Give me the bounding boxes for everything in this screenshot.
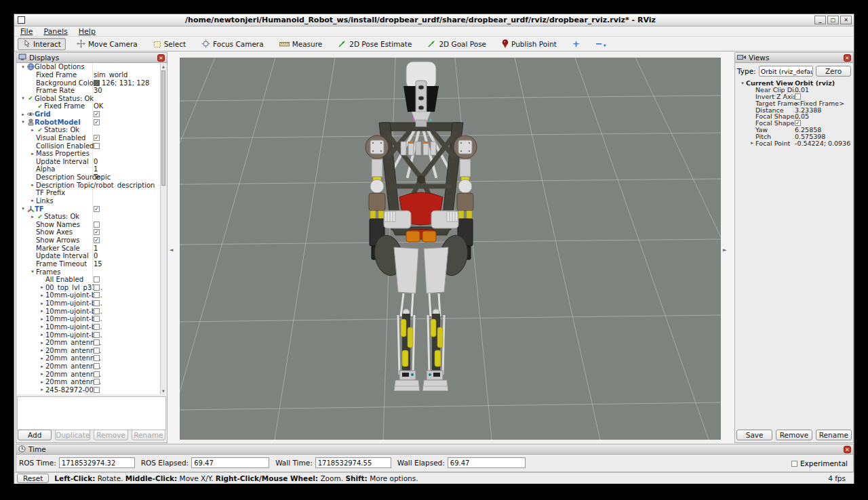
views-rename-button[interactable]: Rename xyxy=(816,430,852,440)
checkbox-unchecked[interactable] xyxy=(94,339,100,346)
checkbox-unchecked[interactable] xyxy=(94,276,100,283)
property-value[interactable]: ✓ xyxy=(94,206,165,212)
display-tree-row[interactable]: ▾TF✓ xyxy=(17,205,166,213)
tool-measure[interactable]: Measure xyxy=(275,38,328,50)
expander-closed-icon[interactable]: ▸ xyxy=(29,127,36,133)
expander-closed-icon[interactable]: ▸ xyxy=(39,293,45,298)
display-tree-row[interactable]: ✔Fixed FrameOK xyxy=(17,102,166,110)
right-splitter[interactable]: ► xyxy=(721,52,734,443)
checkbox-checked[interactable]: ✓ xyxy=(94,119,100,125)
tool-select[interactable]: Select xyxy=(149,38,191,50)
display-tree-row[interactable]: Fixed Framesim_world xyxy=(17,71,166,79)
property-value[interactable] xyxy=(94,339,165,346)
left-splitter[interactable]: ◄ xyxy=(167,52,180,443)
display-tree-row[interactable]: ▸10mm-ujoint-b... xyxy=(17,299,166,308)
property-value[interactable]: ✓ xyxy=(94,237,165,243)
display-tree-row[interactable]: Show Arrows✓ xyxy=(17,236,166,245)
display-tree-row[interactable]: ▸Description Topic/robot_description xyxy=(17,181,166,189)
tool-publish-point[interactable]: Publish Point xyxy=(497,38,561,50)
property-value[interactable] xyxy=(94,371,165,377)
property-value[interactable] xyxy=(94,316,165,322)
expander-closed-icon[interactable]: ▸ xyxy=(39,356,45,361)
property-value[interactable]: ✓ xyxy=(94,119,165,125)
display-tree-row[interactable]: ▸✔Status: Ok xyxy=(17,126,166,134)
checkbox-unchecked[interactable] xyxy=(94,222,100,228)
property-value[interactable]: sim_world xyxy=(94,71,165,79)
display-tree-row[interactable]: ▸Links xyxy=(17,197,166,205)
property-value[interactable]: 0.01 xyxy=(795,86,850,93)
collapse-left-icon[interactable]: ◄ xyxy=(170,247,173,253)
property-value[interactable] xyxy=(795,93,850,100)
experimental-checkbox[interactable] xyxy=(791,461,797,467)
displays-panel-header[interactable]: Displays ✕ xyxy=(16,53,167,63)
display-tree-row[interactable]: ▸20mm_antenn... xyxy=(17,370,166,378)
property-value[interactable]: 0 xyxy=(94,252,165,259)
display-tree-row[interactable]: Update Interval0 xyxy=(17,158,166,166)
property-value[interactable] xyxy=(94,300,165,306)
scene[interactable] xyxy=(180,58,721,440)
checkbox-unchecked[interactable] xyxy=(94,332,100,338)
close-icon[interactable]: ✕ xyxy=(844,446,851,453)
property-value[interactable] xyxy=(94,292,165,298)
checkbox-unchecked[interactable] xyxy=(94,379,100,385)
display-tree-row[interactable]: Alpha1 xyxy=(17,165,166,173)
display-tree-row[interactable]: ▸Mass Properties xyxy=(17,150,166,158)
checkbox-unchecked[interactable] xyxy=(94,285,100,291)
tool-2d-pose-estimate[interactable]: 2D Pose Estimate xyxy=(333,38,416,50)
displays-add-button[interactable]: Add xyxy=(18,430,52,440)
display-tree-row[interactable]: TF Prefix xyxy=(17,189,166,197)
expander-closed-icon[interactable]: ▸ xyxy=(39,316,45,322)
expander-closed-icon[interactable]: ▸ xyxy=(39,308,45,314)
property-value[interactable] xyxy=(94,143,165,149)
property-value[interactable]: 1 xyxy=(94,245,165,252)
property-value[interactable]: 15 xyxy=(94,260,165,268)
expander-open-icon[interactable]: ▾ xyxy=(20,96,26,101)
expander-closed-icon[interactable]: ▸ xyxy=(29,182,36,188)
checkbox-unchecked[interactable] xyxy=(94,308,100,314)
property-value[interactable]: ✓ xyxy=(94,135,165,141)
display-tree-row[interactable]: ▸10mm-ujoint-b... xyxy=(17,307,166,315)
display-tree-row[interactable]: ▸10mm-ujoint-b... xyxy=(17,323,166,331)
property-value[interactable] xyxy=(94,308,165,314)
menu-help[interactable]: Help xyxy=(79,27,96,36)
property-value[interactable] xyxy=(94,387,165,393)
time-field-input[interactable] xyxy=(448,457,526,468)
checkbox-unchecked[interactable] xyxy=(94,324,100,330)
checkbox-checked[interactable]: ✓ xyxy=(94,111,100,117)
tool-remove-tool[interactable]: −▼ xyxy=(591,38,611,50)
views-tree-row[interactable]: ▸Focal Point-0.54224; 0.09363... xyxy=(736,140,852,146)
display-tree-row[interactable]: Description SourceTopic xyxy=(17,173,166,182)
checkbox-checked[interactable]: ✓ xyxy=(94,229,100,235)
collapse-right-icon[interactable]: ► xyxy=(723,247,726,253)
tool-focus-camera[interactable]: Focus Camera xyxy=(197,38,269,50)
property-value[interactable]: 30 xyxy=(94,87,165,94)
property-value[interactable] xyxy=(94,348,165,354)
expander-open-icon[interactable]: ▾ xyxy=(29,269,36,274)
property-value[interactable] xyxy=(94,324,165,330)
expander-closed-icon[interactable]: ▸ xyxy=(39,371,45,377)
checkbox-checked[interactable]: ✓ xyxy=(94,206,100,212)
display-tree-row[interactable]: Frame Timeout15 xyxy=(17,260,166,268)
expander-open-icon[interactable]: ▾ xyxy=(20,119,26,125)
tool-interact[interactable]: Interact xyxy=(18,38,66,50)
checkbox-unchecked[interactable] xyxy=(94,143,100,149)
property-value[interactable]: 126; 131; 128 xyxy=(94,79,165,87)
display-tree-row[interactable]: ▾Frames xyxy=(17,268,166,276)
display-tree-row[interactable]: Frame Rate30 xyxy=(17,87,166,95)
menu-file[interactable]: File xyxy=(20,27,33,36)
close-button[interactable]: ✕ xyxy=(840,16,852,24)
property-value[interactable]: 1 xyxy=(94,165,165,173)
property-value[interactable] xyxy=(94,285,165,291)
display-tree-row[interactable]: ▾✔Global Status: Ok xyxy=(17,95,166,103)
expander-closed-icon[interactable]: ▸ xyxy=(20,112,26,117)
expander-open-icon[interactable]: ▾ xyxy=(739,81,746,86)
time-field-input[interactable] xyxy=(191,457,269,468)
close-icon[interactable]: ✕ xyxy=(844,54,851,62)
property-value[interactable]: ✓ xyxy=(795,120,850,126)
views-remove-button[interactable]: Remove xyxy=(776,430,812,440)
display-tree-row[interactable]: ▸10mm-ujoint-b... xyxy=(17,315,166,323)
display-tree-row[interactable]: ▸20mm_antenn... xyxy=(17,378,166,386)
close-icon[interactable]: ✕ xyxy=(157,54,165,62)
checkbox-unchecked[interactable] xyxy=(94,348,100,354)
display-tree-row[interactable]: Show Names xyxy=(17,221,166,229)
